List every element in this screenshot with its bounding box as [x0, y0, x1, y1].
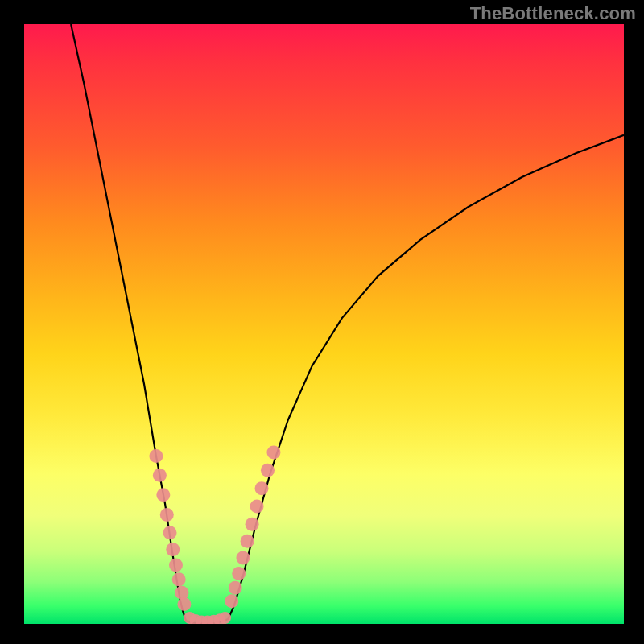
- data-marker: [246, 518, 259, 531]
- data-marker: [166, 543, 180, 556]
- data-marker: [156, 488, 170, 502]
- data-marker: [229, 581, 242, 595]
- data-marker: [250, 499, 264, 513]
- data-marker: [266, 445, 280, 459]
- chart-frame: TheBottleneck.com: [0, 0, 644, 644]
- data-marker: [232, 567, 246, 580]
- data-marker: [153, 469, 167, 482]
- data-marker: [160, 508, 174, 522]
- data-marker: [219, 612, 231, 624]
- data-marker: [225, 594, 238, 608]
- data-marker: [172, 572, 186, 586]
- plot-area: [24, 24, 624, 624]
- chart-svg: [24, 24, 624, 624]
- data-marker: [149, 449, 163, 463]
- bottleneck-curve: [71, 24, 624, 623]
- data-marker: [175, 586, 188, 600]
- data-marker: [169, 558, 183, 572]
- data-marker: [241, 535, 254, 548]
- data-marker: [177, 597, 191, 611]
- data-marker: [236, 551, 250, 565]
- data-marker: [261, 464, 275, 477]
- watermark-label: TheBottleneck.com: [470, 3, 636, 24]
- data-marker: [163, 526, 177, 539]
- data-marker: [255, 481, 269, 495]
